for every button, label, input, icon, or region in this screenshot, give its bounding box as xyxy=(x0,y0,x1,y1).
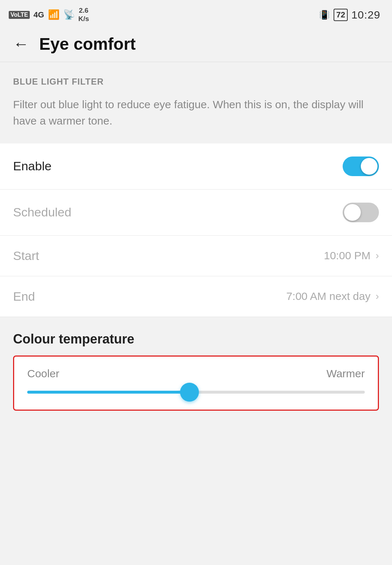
end-value: 7:00 AM next day › xyxy=(286,290,379,302)
slider-card: Cooler Warmer xyxy=(13,355,379,411)
section-label-blue-light: BLUE LIGHT FILTER xyxy=(0,77,392,93)
end-label: End xyxy=(13,289,35,304)
enable-toggle[interactable] xyxy=(343,157,379,176)
wifi-icon: 📡 xyxy=(63,9,75,20)
slider-labels: Cooler Warmer xyxy=(27,367,365,380)
status-left: VoLTE 4G 📶 📡 2.6 K/s xyxy=(9,7,89,23)
time-display: 10:29 xyxy=(351,9,380,21)
colour-temperature-section: Colour temperature Cooler Warmer xyxy=(0,317,392,411)
enable-label: Enable xyxy=(13,159,52,173)
scheduled-row[interactable]: Scheduled xyxy=(0,190,392,236)
toggle-knob xyxy=(361,158,377,175)
section-description: Filter out blue light to reduce eye fati… xyxy=(0,93,392,143)
slider-container[interactable] xyxy=(27,389,365,395)
start-row[interactable]: Start 10:00 PM › xyxy=(0,236,392,276)
page-header: ← Eye comfort xyxy=(0,28,392,62)
signal-bars-icon: 📶 xyxy=(48,9,60,20)
volte-badge: VoLTE xyxy=(9,11,30,19)
start-value: 10:00 PM › xyxy=(324,249,379,262)
scheduled-label: Scheduled xyxy=(13,205,72,219)
page-content: BLUE LIGHT FILTER Filter out blue light … xyxy=(0,62,392,411)
slider-label-cooler: Cooler xyxy=(27,367,59,380)
scheduled-toggle[interactable] xyxy=(343,203,379,222)
start-label: Start xyxy=(13,249,39,263)
status-bar: VoLTE 4G 📶 📡 2.6 K/s 📳 72 10:29 xyxy=(0,0,392,28)
back-button[interactable]: ← xyxy=(13,36,29,52)
colour-temp-title: Colour temperature xyxy=(13,332,379,347)
status-right: 📳 72 10:29 xyxy=(319,9,380,21)
end-row[interactable]: End 7:00 AM next day › xyxy=(0,276,392,317)
battery-indicator: 72 xyxy=(334,9,347,21)
page-title: Eye comfort xyxy=(39,34,136,54)
enable-row[interactable]: Enable xyxy=(0,143,392,190)
start-chevron-icon: › xyxy=(376,250,379,261)
end-chevron-icon: › xyxy=(376,290,379,302)
network-speed: 2.6 K/s xyxy=(78,7,89,23)
toggle-knob-scheduled xyxy=(344,204,361,221)
start-time-text: 10:00 PM xyxy=(324,249,370,262)
slider-label-warmer: Warmer xyxy=(326,367,365,380)
network-icon: 4G xyxy=(33,10,44,20)
vibrate-icon: 📳 xyxy=(319,10,330,20)
colour-temp-slider[interactable] xyxy=(27,391,365,394)
end-time-text: 7:00 AM next day xyxy=(286,290,371,302)
settings-list: Enable Scheduled Start 10:00 PM › End 7:… xyxy=(0,143,392,317)
